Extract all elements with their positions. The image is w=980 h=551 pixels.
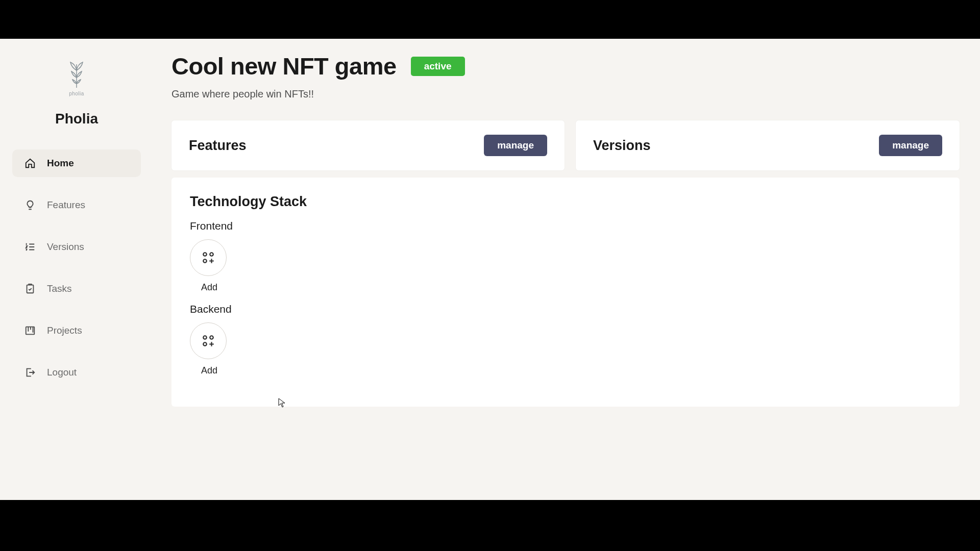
clipboard-check-icon [24,283,36,294]
manage-versions-button[interactable]: manage [879,135,942,156]
sidebar-item-projects[interactable]: Projects [12,317,141,344]
lightbulb-icon [24,199,36,211]
sidebar-nav: Home Features Versions Tasks Projects Lo… [0,149,153,386]
brand-name: Pholia [55,111,98,127]
plant-logo-icon [66,58,87,89]
home-icon [24,158,36,169]
cards-row: Features manage Versions manage [172,120,960,170]
status-badge: active [411,57,465,76]
versions-card: Versions manage [576,120,960,170]
list-ordered-icon [24,241,36,253]
features-card-title: Features [189,138,247,154]
logo-caption: pholia [69,91,84,96]
grid-plus-icon [202,334,215,347]
sidebar-item-logout[interactable]: Logout [12,359,141,386]
sidebar-item-label: Features [47,199,85,211]
sidebar-item-label: Logout [47,367,77,378]
kanban-icon [24,325,36,336]
add-frontend-label: Add [201,282,941,293]
sidebar-item-home[interactable]: Home [12,149,141,177]
svg-point-2 [203,253,207,256]
add-frontend-button[interactable] [190,239,227,276]
sidebar-item-label: Home [47,158,74,169]
svg-point-5 [203,336,207,339]
page-subtitle: Game where people win NFTs!! [172,88,960,100]
add-backend-label: Add [201,365,941,376]
page-title: Cool new NFT game [172,52,397,80]
tech-section-backend: Backend Add [190,303,941,376]
logo: pholia [66,58,87,96]
tech-section-label: Frontend [190,220,941,232]
svg-point-3 [210,253,213,256]
svg-point-6 [210,336,213,339]
svg-point-7 [203,342,207,346]
tech-section-label: Backend [190,303,941,315]
svg-rect-0 [27,285,34,293]
tech-stack-title: Technology Stack [190,194,941,210]
main-content: Cool new NFT game active Game where peop… [153,39,980,500]
sidebar-item-versions[interactable]: Versions [12,233,141,261]
sidebar-item-label: Projects [47,325,82,336]
svg-point-4 [203,259,207,263]
add-backend-button[interactable] [190,322,227,359]
features-card: Features manage [172,120,565,170]
tech-section-frontend: Frontend Add [190,220,941,293]
versions-card-title: Versions [593,138,651,154]
sidebar-item-label: Tasks [47,283,72,294]
grid-plus-icon [202,251,215,264]
sidebar-item-tasks[interactable]: Tasks [12,275,141,303]
title-row: Cool new NFT game active [172,52,960,80]
logout-icon [24,367,36,378]
sidebar-item-features[interactable]: Features [12,191,141,219]
manage-features-button[interactable]: manage [484,135,547,156]
sidebar: pholia Pholia Home Features Versions Tas… [0,39,153,500]
tech-stack-card: Technology Stack Frontend Add Backend [172,178,960,407]
sidebar-item-label: Versions [47,241,84,253]
